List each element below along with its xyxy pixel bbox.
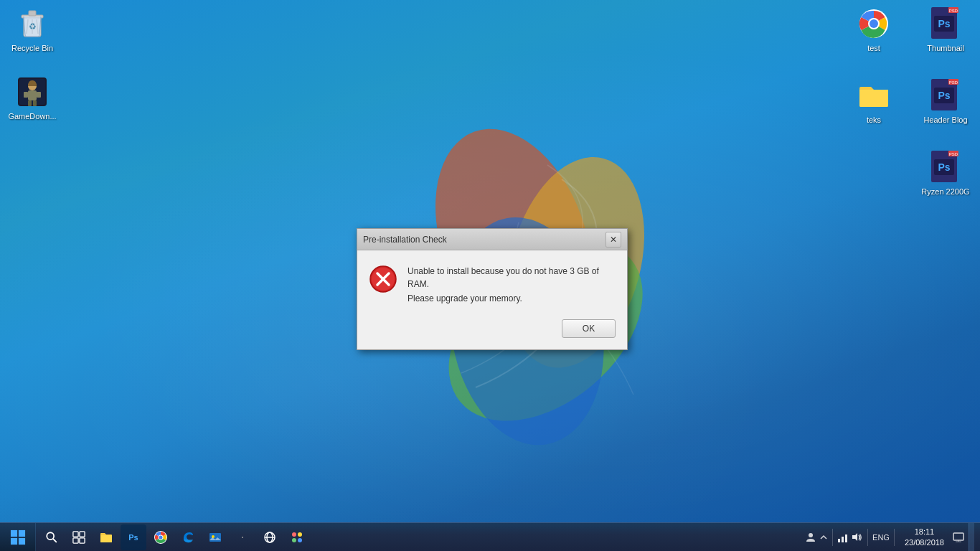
- pre-installation-dialog: Pre-installation Check ✕ Unable to insta…: [357, 228, 628, 350]
- error-icon: [369, 265, 397, 293]
- dialog-message-text: Unable to install because you do not hav…: [407, 265, 616, 305]
- dialog-content: Unable to install because you do not hav…: [357, 250, 627, 349]
- dialog-buttons: OK: [369, 319, 616, 338]
- dialog-ok-button[interactable]: OK: [562, 319, 616, 338]
- dialog-message-row: Unable to install because you do not hav…: [369, 265, 616, 305]
- dialog-close-button[interactable]: ✕: [606, 232, 621, 248]
- dialog-titlebar: Pre-installation Check ✕: [357, 229, 627, 250]
- dialog-title: Pre-installation Check: [363, 235, 606, 245]
- dialog-message-line1: Unable to install because you do not hav…: [407, 265, 616, 291]
- dialog-overlay: Pre-installation Check ✕ Unable to insta…: [0, 0, 980, 551]
- dialog-message-line2: Please upgrade your memory.: [407, 292, 616, 305]
